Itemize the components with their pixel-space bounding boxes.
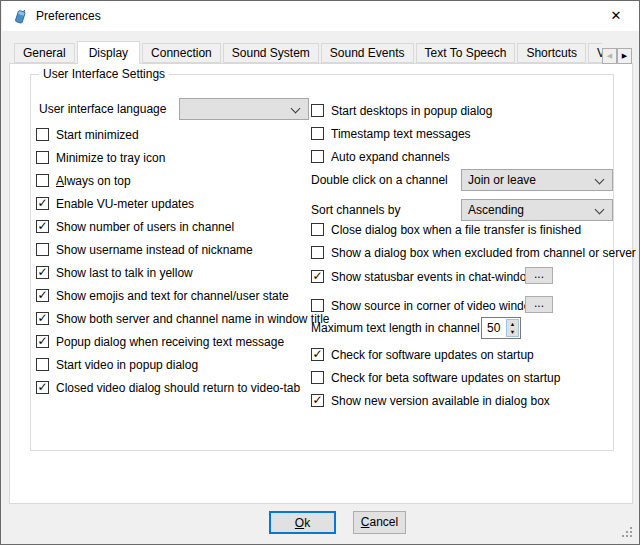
max-text-length-spinner[interactable]: 50 ▲ ▼ xyxy=(481,317,521,339)
chevron-down-icon xyxy=(595,205,605,215)
checkbox[interactable] xyxy=(311,299,324,312)
check-show-user-count[interactable]: Show number of users in channel xyxy=(36,219,234,234)
check-new-version-dialog[interactable]: Show new version available in dialog box xyxy=(311,393,550,408)
tab-display[interactable]: Display xyxy=(77,41,140,64)
tab-scroll-left-icon[interactable]: ◀ xyxy=(602,48,617,64)
check-excluded-dialog[interactable]: Show a dialog box when excluded from cha… xyxy=(311,245,636,260)
checkbox[interactable] xyxy=(311,394,324,407)
spin-up-icon[interactable]: ▲ xyxy=(507,320,518,328)
group-title: User Interface Settings xyxy=(39,67,169,81)
statusbar-events-more-button[interactable]: ... xyxy=(525,267,553,284)
checkbox[interactable] xyxy=(311,371,324,384)
ok-button[interactable]: Ok xyxy=(269,511,336,534)
language-label: User interface language xyxy=(39,98,166,120)
tab-connection[interactable]: Connection xyxy=(142,43,221,63)
checkbox[interactable] xyxy=(36,289,49,302)
checkbox[interactable] xyxy=(36,381,49,394)
title-bar[interactable]: Preferences ✕ xyxy=(2,1,640,31)
display-tab-page: User Interface Settings User interface l… xyxy=(9,63,633,504)
checkbox[interactable] xyxy=(36,220,49,233)
double-click-label: Double click on a channel xyxy=(311,169,448,191)
checkbox[interactable] xyxy=(36,243,49,256)
app-icon xyxy=(12,8,28,24)
check-timestamp-messages[interactable]: Timestamp text messages xyxy=(311,126,471,141)
check-closed-video-return[interactable]: Closed video dialog should return to vid… xyxy=(36,380,300,395)
check-video-source-corner[interactable]: Show source in corner of video window xyxy=(311,298,539,313)
check-software-updates[interactable]: Check for software updates on startup xyxy=(311,347,534,362)
check-popup-text-message[interactable]: Popup dialog when receiving text message xyxy=(36,334,284,349)
tab-sound-system[interactable]: Sound System xyxy=(223,43,319,63)
checkbox[interactable] xyxy=(311,150,324,163)
checkbox[interactable] xyxy=(311,246,324,259)
checkbox[interactable] xyxy=(311,223,324,236)
check-beta-updates[interactable]: Check for beta software updates on start… xyxy=(311,370,560,385)
checkbox[interactable] xyxy=(36,151,49,164)
checkbox[interactable] xyxy=(36,174,49,187)
check-start-minimized[interactable]: Start minimized xyxy=(36,127,139,142)
double-click-select[interactable]: Join or leave xyxy=(461,169,613,191)
check-last-to-talk[interactable]: Show last to talk in yellow xyxy=(36,265,193,280)
tab-bar: General Display Connection Sound System … xyxy=(14,41,602,64)
resize-grip[interactable] xyxy=(620,525,632,537)
checkbox[interactable] xyxy=(36,266,49,279)
check-desktops-popup[interactable]: Start desktops in popup dialog xyxy=(311,103,492,118)
tab-text-to-speech[interactable]: Text To Speech xyxy=(416,43,516,63)
checkbox[interactable] xyxy=(36,197,49,210)
check-vu-meter-updates[interactable]: Enable VU-meter updates xyxy=(36,196,194,211)
check-statusbar-events[interactable]: Show statusbar events in chat-window xyxy=(311,269,535,284)
check-server-channel-title[interactable]: Show both server and channel name in win… xyxy=(36,311,330,326)
check-close-on-transfer[interactable]: Close dialog box when a file transfer is… xyxy=(311,222,581,237)
tab-shortcuts[interactable]: Shortcuts xyxy=(517,43,586,63)
check-show-emojis[interactable]: Show emojis and text for channel/user st… xyxy=(36,288,289,303)
check-minimize-to-tray[interactable]: Minimize to tray icon xyxy=(36,150,165,165)
tab-video[interactable]: Video xyxy=(588,43,602,63)
checkbox[interactable] xyxy=(311,127,324,140)
check-auto-expand-channels[interactable]: Auto expand channels xyxy=(311,149,450,164)
check-video-popup[interactable]: Start video in popup dialog xyxy=(36,357,198,372)
video-source-more-button[interactable]: ... xyxy=(525,296,553,313)
user-interface-settings-group: User Interface Settings User interface l… xyxy=(30,74,614,451)
spinner-buttons[interactable]: ▲ ▼ xyxy=(506,319,519,337)
preferences-dialog: Preferences ✕ General Display Connection… xyxy=(0,0,640,545)
max-text-length-label: Maximum text length in channel list xyxy=(311,317,498,339)
chevron-down-icon xyxy=(595,175,605,185)
tab-general[interactable]: General xyxy=(14,43,75,63)
checkbox[interactable] xyxy=(311,104,324,117)
checkbox[interactable] xyxy=(36,312,49,325)
check-always-on-top[interactable]: Always on top xyxy=(36,173,131,188)
checkbox[interactable] xyxy=(36,335,49,348)
cancel-button[interactable]: Cancel xyxy=(353,511,406,534)
window-title: Preferences xyxy=(36,1,101,31)
tab-scroll-right-icon[interactable]: ▶ xyxy=(617,48,632,64)
checkbox[interactable] xyxy=(36,358,49,371)
spin-down-icon[interactable]: ▼ xyxy=(507,328,518,336)
chevron-down-icon xyxy=(291,104,301,114)
checkbox[interactable] xyxy=(311,270,324,283)
checkbox[interactable] xyxy=(311,348,324,361)
close-icon[interactable]: ✕ xyxy=(594,1,638,31)
language-select[interactable] xyxy=(179,98,309,120)
checkbox[interactable] xyxy=(36,128,49,141)
sort-channels-select[interactable]: Ascending xyxy=(461,199,613,221)
sort-channels-label: Sort channels by xyxy=(311,199,400,221)
check-show-username[interactable]: Show username instead of nickname xyxy=(36,242,253,257)
tab-sound-events[interactable]: Sound Events xyxy=(321,43,414,63)
